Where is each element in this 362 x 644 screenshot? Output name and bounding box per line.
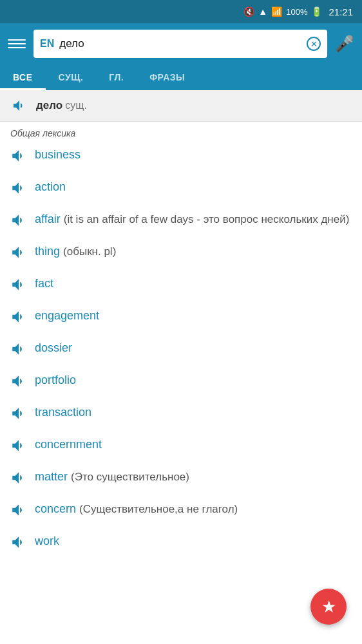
- tab-all[interactable]: ВСЕ: [0, 64, 46, 90]
- word-speaker-icon[interactable]: [10, 97, 28, 115]
- tab-bar: ВСЕ СУЩ. ГЛ. ФРАЗЫ: [0, 64, 362, 90]
- search-box: EN ✕: [33, 30, 327, 58]
- mic-button[interactable]: 🎤: [335, 35, 354, 53]
- list-item: action: [0, 173, 362, 205]
- speaker-button[interactable]: [10, 180, 27, 200]
- translation-text: matter (Это существительное): [35, 468, 189, 486]
- list-item: matter (Это существительное): [0, 463, 362, 495]
- speaker-button[interactable]: [10, 147, 27, 168]
- search-input[interactable]: [59, 37, 301, 50]
- translations-list: businessactionaffair (it is an affair of…: [0, 141, 362, 560]
- favorite-fab[interactable]: ★: [310, 589, 347, 625]
- status-bar: 🔇 ▲ 📶 100% 🔋 21:21: [0, 0, 362, 23]
- list-item: dossier: [0, 334, 362, 366]
- list-item: concernment: [0, 431, 362, 463]
- list-item: work: [0, 527, 362, 560]
- status-icons: 🔇 ▲ 📶 100% 🔋 21:21: [243, 6, 353, 17]
- translation-text: portfolio: [35, 372, 76, 389]
- translation-text: action: [35, 178, 66, 196]
- translation-text: concernment: [35, 436, 102, 453]
- translation-text: affair (it is an affair of a few days - …: [35, 211, 349, 228]
- speaker-button[interactable]: [10, 437, 27, 458]
- tab-verb[interactable]: ГЛ.: [96, 64, 137, 90]
- speaker-button[interactable]: [10, 405, 27, 426]
- clear-button[interactable]: ✕: [307, 37, 321, 51]
- speaker-button[interactable]: [10, 469, 27, 490]
- word-header-word: делосущ.: [36, 99, 87, 112]
- speaker-button[interactable]: [10, 534, 27, 554]
- speaker-button[interactable]: [10, 373, 27, 393]
- time-display: 21:21: [329, 6, 353, 17]
- translations-content: Общая лексика businessactionaffair (it i…: [0, 122, 362, 611]
- mute-icon: 🔇: [243, 6, 254, 17]
- speaker-button[interactable]: [10, 502, 27, 522]
- tab-noun[interactable]: СУЩ.: [46, 64, 97, 90]
- speaker-button[interactable]: [10, 341, 27, 361]
- app-header: EN ✕ 🎤: [0, 23, 362, 64]
- battery-icon: 🔋: [311, 6, 322, 17]
- translation-text: engagement: [35, 307, 99, 325]
- translation-text: work: [35, 533, 59, 550]
- translation-text: concern (Существительное,а не глагол): [35, 500, 238, 518]
- translation-text: dossier: [35, 339, 72, 357]
- list-item: portfolio: [0, 366, 362, 399]
- speaker-button[interactable]: [10, 308, 27, 329]
- menu-button[interactable]: [8, 39, 26, 48]
- speaker-button[interactable]: [10, 212, 27, 232]
- translation-text: thing (обыкн. pl): [35, 243, 116, 260]
- list-item: affair (it is an affair of a few days - …: [0, 205, 362, 238]
- language-label: EN: [40, 38, 54, 50]
- speaker-button[interactable]: [10, 244, 27, 265]
- speaker-button[interactable]: [10, 276, 27, 297]
- list-item: fact: [0, 270, 362, 302]
- wifi-icon: ▲: [258, 6, 267, 17]
- list-item: business: [0, 141, 362, 173]
- translation-text: business: [35, 146, 81, 164]
- signal-icon: 📶: [271, 6, 282, 17]
- word-header: делосущ.: [0, 90, 362, 122]
- battery-level: 100%: [286, 7, 307, 17]
- tab-phrases[interactable]: ФРАЗЫ: [137, 64, 198, 90]
- list-item: engagement: [0, 302, 362, 334]
- section-label: Общая лексика: [0, 122, 362, 141]
- list-item: transaction: [0, 399, 362, 431]
- translation-text: transaction: [35, 404, 91, 421]
- star-icon: ★: [321, 597, 336, 617]
- list-item: concern (Существительное,а не глагол): [0, 495, 362, 527]
- translation-text: fact: [35, 275, 53, 292]
- list-item: thing (обыкн. pl): [0, 238, 362, 270]
